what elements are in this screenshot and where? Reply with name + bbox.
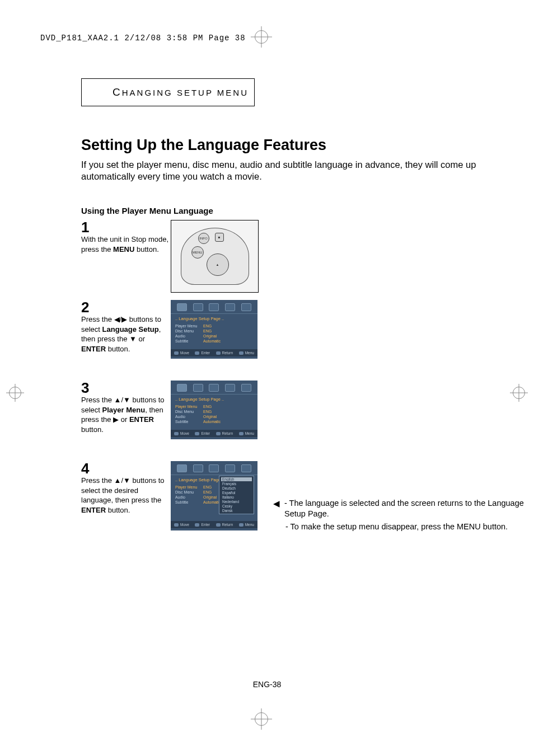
osd4-tab-language-icon <box>177 464 187 472</box>
osd-screenshot-3: .. Language Setup Page .. Player MenuENG… <box>171 381 257 439</box>
osd-tab-display-icon <box>209 303 219 311</box>
right-arrow-icon: ▶ <box>113 415 119 424</box>
osd3-r1-v: ENG <box>203 410 212 414</box>
left-right-arrow-icon: ◀/▶ <box>114 315 128 323</box>
s3-t1: Press the <box>81 396 114 404</box>
remote-dpad: ▲ <box>207 253 229 276</box>
lang-francais: Français <box>221 482 252 486</box>
step3-text: 3 Press the ▲/▼ buttons to select Player… <box>81 381 171 439</box>
step1-text: 1 With the unit in Stop mode, press the … <box>81 220 171 293</box>
osd3-tab-display-icon <box>209 384 219 392</box>
chapter-first-letter: C <box>113 86 122 98</box>
registration-mark-left <box>9 387 21 399</box>
osd3-r3-l: Subtitle <box>175 420 203 424</box>
osd4-tab-lock-icon <box>225 464 235 472</box>
remote-menu-button: MENU <box>191 246 204 259</box>
osd-r0-v: ENG <box>203 324 212 328</box>
s2-sel: Language Setup <box>102 325 159 334</box>
note-b: To make the setup menu disappear, press … <box>291 522 508 531</box>
osd-tab-lock-icon <box>225 303 235 311</box>
osd4-r2-l: Audio <box>175 495 203 499</box>
osd-foot-return: Return <box>216 351 233 355</box>
osd-tab-audio-icon <box>193 303 203 311</box>
osd4-foot-move: Move <box>174 523 189 527</box>
osd-r3-l: Subtitle <box>175 339 203 343</box>
remote-diagram: INFO ■ MENU ▲ <box>171 220 259 293</box>
osd-r1-l: Disc Menu <box>175 329 203 333</box>
osd3-r0-v: ENG <box>203 405 212 408</box>
registration-mark-top <box>255 30 268 44</box>
osd4-r1-v: ENG <box>203 490 212 494</box>
osd3-title: .. Language Setup Page .. <box>171 395 257 403</box>
language-popup: English Français Deutsch Español Italian… <box>219 476 254 514</box>
step2-number: 2 <box>81 300 171 314</box>
osd-r0-l: Player Menu <box>175 324 203 328</box>
s3-sel: Player Menu <box>102 406 146 414</box>
down-arrow-icon: ▼ <box>129 335 137 343</box>
page-title: Setting Up the Language Features <box>81 137 326 154</box>
osd3-foot-menu: Menu <box>239 431 254 435</box>
osd4-foot-return: Return <box>216 523 233 527</box>
up-down-arrow-icon: ▲/▼ <box>114 396 130 404</box>
osd3-foot-return: Return <box>216 431 233 435</box>
header-slug: DVD_P181_XAA2.1 2/12/08 3:58 PM Page 38 <box>40 34 246 43</box>
s2-t5: button. <box>106 345 130 353</box>
step2-text: 2 Press the ◀/▶ buttons to select Langua… <box>81 300 171 359</box>
osd-foot-menu: Menu <box>239 351 254 355</box>
step4-number: 4 <box>81 461 171 476</box>
osd4-r1-l: Disc Menu <box>175 490 203 494</box>
step1-number: 1 <box>81 220 171 234</box>
lang-italiano: Italiano <box>221 495 252 499</box>
osd3-foot-move: Move <box>174 431 189 435</box>
osd3-r1-l: Disc Menu <box>175 410 203 414</box>
osd4-r0-l: Player Menu <box>175 485 203 489</box>
s4-btn: ENTER <box>81 506 106 514</box>
s2-btn: ENTER <box>81 345 106 353</box>
osd4-r2-v: Original <box>203 495 217 499</box>
osd-screenshot-4: .. Language Setup Page .. Player MenuENG… <box>171 461 257 530</box>
osd4-tab-divx-icon <box>241 464 251 472</box>
s2-t1: Press the <box>81 315 114 323</box>
osd-tab-divx-icon <box>241 303 251 311</box>
left-arrow-icon: ◀ <box>273 498 280 519</box>
chapter-box: CHANGING SETUP MENU <box>81 78 255 106</box>
step1-post: button. <box>134 245 158 253</box>
s4-t1: Press the <box>81 476 114 485</box>
osd4-tab-audio-icon <box>193 464 203 472</box>
osd3-tab-lock-icon <box>225 384 235 392</box>
osd3-tab-language-icon <box>177 384 187 392</box>
osd-tab-language-icon <box>177 303 187 311</box>
s4-t3: button. <box>106 506 130 514</box>
intro-text: If you set the player menu, disc menu, a… <box>81 159 484 182</box>
osd3-r3-v: Automatic <box>203 420 221 424</box>
osd-foot-move: Move <box>174 351 189 355</box>
s3-btn: ENTER <box>129 415 154 424</box>
osd4-tab-display-icon <box>209 464 219 472</box>
osd3-r0-l: Player Menu <box>175 405 203 408</box>
step1-button-label: MENU <box>113 245 134 253</box>
osd-r3-v: Automatic <box>203 339 221 343</box>
osd-r2-l: Audio <box>175 334 203 338</box>
lang-nederland: Nederland <box>221 500 252 504</box>
step3-number: 3 <box>81 381 171 395</box>
note-a: The language is selected and the screen … <box>284 499 524 518</box>
chapter-rest: HANGING SETUP MENU <box>122 88 249 97</box>
osd4-r3-l: Subtitle <box>175 500 203 504</box>
osd-title: .. Language Setup Page .. <box>171 314 257 322</box>
osd-r2-v: Original <box>203 334 217 338</box>
osd-screenshot-2: .. Language Setup Page .. Player MenuENG… <box>171 300 257 359</box>
lang-english: English <box>221 477 252 481</box>
lang-deutsch: Deutsch <box>221 486 252 490</box>
osd-r1-v: ENG <box>203 329 212 333</box>
s3-t5: button. <box>81 425 104 434</box>
step4-text: 4 Press the ▲/▼ buttons to select the de… <box>81 461 171 530</box>
registration-mark-right <box>513 387 525 399</box>
osd3-tab-audio-icon <box>193 384 203 392</box>
osd4-foot-menu: Menu <box>239 523 254 527</box>
osd-foot-enter: Enter <box>195 351 210 355</box>
osd3-foot-enter: Enter <box>195 431 210 435</box>
up-down-arrow-icon-2: ▲/▼ <box>114 476 130 485</box>
remote-stop-icon: ■ <box>215 233 224 242</box>
lang-dansk: Dansk <box>221 509 252 513</box>
osd4-foot-enter: Enter <box>195 523 210 527</box>
